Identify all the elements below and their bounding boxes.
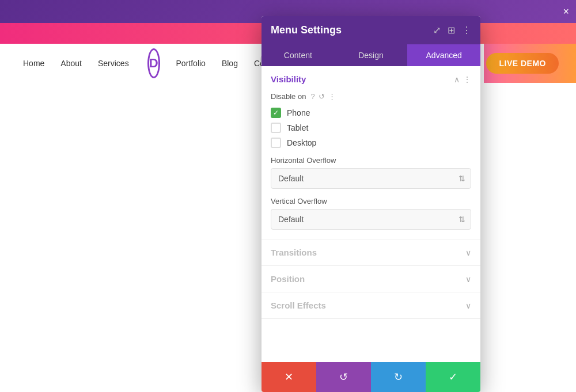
modal-icon-expand[interactable]: ⤢ xyxy=(433,25,441,36)
section-visibility-title: Visibility xyxy=(271,74,306,84)
redo-icon: ↻ xyxy=(394,371,403,383)
modal-icon-more[interactable]: ⋮ xyxy=(462,25,471,36)
disable-on-help-icon[interactable]: ? xyxy=(310,92,314,101)
horizontal-overflow-label: Horizontal Overflow xyxy=(271,156,471,165)
nav-link-portfolio[interactable]: Portfolio xyxy=(176,59,206,68)
checkbox-phone-input[interactable]: ✓ xyxy=(271,108,281,118)
disable-on-row: Disable on ? ↺ ⋮ xyxy=(271,92,471,101)
section-position-title: Position xyxy=(271,274,305,284)
checkbox-tablet: Tablet xyxy=(271,123,471,133)
section-visibility: Visibility ∧ ⋮ Disable on ? ↺ ⋮ xyxy=(262,66,480,239)
modal-header: Menu Settings ⤢ ⊞ ⋮ xyxy=(262,16,480,44)
checkbox-phone-label: Phone xyxy=(287,108,310,117)
checkbox-phone: ✓ Phone xyxy=(271,108,471,118)
position-chevron-icon[interactable]: ∨ xyxy=(465,275,471,284)
modal-icon-columns[interactable]: ⊞ xyxy=(448,25,455,36)
section-visibility-content: Disable on ? ↺ ⋮ ✓ Phone xyxy=(262,92,480,239)
modal-tabs: Content Design Advanced xyxy=(262,44,480,66)
disable-on-more-icon[interactable]: ⋮ xyxy=(328,92,336,101)
section-position-header[interactable]: Position ∨ xyxy=(262,266,480,292)
section-collapse-icon[interactable]: ∧ xyxy=(454,75,460,84)
save-button[interactable]: ✓ xyxy=(426,362,480,392)
cancel-button[interactable]: ✕ xyxy=(262,362,316,392)
modal-body: Visibility ∧ ⋮ Disable on ? ↺ ⋮ xyxy=(262,66,480,362)
nav-link-home[interactable]: Home xyxy=(23,59,44,68)
nav-logo: D xyxy=(147,48,160,78)
checkbox-tablet-label: Tablet xyxy=(287,123,308,132)
disable-on-icons: ? ↺ ⋮ xyxy=(310,92,335,101)
modal-title: Menu Settings xyxy=(271,24,342,36)
nav-bar: Home About Services D Portfolio Blog Co.… xyxy=(0,44,265,83)
live-demo-button[interactable]: LIVE DEMO xyxy=(486,53,559,74)
cancel-icon: ✕ xyxy=(285,371,293,383)
disable-on-label: Disable on xyxy=(271,92,306,101)
nav-link-about[interactable]: About xyxy=(60,59,82,68)
section-scroll-effects-header[interactable]: Scroll Effects ∨ xyxy=(262,292,480,318)
save-icon: ✓ xyxy=(449,371,457,383)
modal-footer: ✕ ↺ ↻ ✓ xyxy=(262,362,480,392)
horizontal-overflow-select[interactable]: Default Hidden Scroll Auto Visible xyxy=(271,168,471,189)
section-visibility-header[interactable]: Visibility ∧ ⋮ xyxy=(262,66,480,92)
section-visibility-icons: ∧ ⋮ xyxy=(454,75,471,84)
checkbox-tablet-input[interactable] xyxy=(271,123,281,133)
vertical-overflow-wrapper: Default Hidden Scroll Auto Visible ⇅ xyxy=(271,209,471,230)
section-transitions: Transitions ∨ xyxy=(262,239,480,266)
tab-design[interactable]: Design xyxy=(335,44,408,66)
section-more-icon[interactable]: ⋮ xyxy=(463,75,471,84)
disable-on-reset-icon[interactable]: ↺ xyxy=(319,92,325,101)
reset-icon: ↺ xyxy=(339,371,348,383)
section-scroll-effects-title: Scroll Effects xyxy=(271,300,326,310)
reset-button[interactable]: ↺ xyxy=(316,362,371,392)
vertical-overflow-select[interactable]: Default Hidden Scroll Auto Visible xyxy=(271,209,471,230)
section-transitions-header[interactable]: Transitions ∨ xyxy=(262,239,480,265)
transitions-chevron-icon[interactable]: ∨ xyxy=(465,248,471,257)
modal-header-icons: ⤢ ⊞ ⋮ xyxy=(433,25,471,36)
scroll-effects-chevron-icon[interactable]: ∨ xyxy=(465,301,471,310)
tab-content[interactable]: Content xyxy=(262,44,335,66)
section-position: Position ∨ xyxy=(262,266,480,292)
menu-settings-modal: Menu Settings ⤢ ⊞ ⋮ Content Design Advan… xyxy=(262,16,480,392)
checkbox-desktop: Desktop xyxy=(271,138,471,148)
nav-link-services[interactable]: Services xyxy=(98,59,129,68)
window-close-button[interactable]: × xyxy=(563,6,569,17)
redo-button[interactable]: ↻ xyxy=(371,362,426,392)
tab-advanced[interactable]: Advanced xyxy=(407,44,480,66)
section-transitions-title: Transitions xyxy=(271,248,317,257)
vertical-overflow-label: Vertical Overflow xyxy=(271,197,471,205)
checkbox-desktop-input[interactable] xyxy=(271,138,281,148)
nav-link-blog[interactable]: Blog xyxy=(222,59,238,68)
horizontal-overflow-wrapper: Default Hidden Scroll Auto Visible ⇅ xyxy=(271,168,471,189)
section-scroll-effects: Scroll Effects ∨ xyxy=(262,292,480,319)
checkbox-desktop-label: Desktop xyxy=(287,138,316,147)
